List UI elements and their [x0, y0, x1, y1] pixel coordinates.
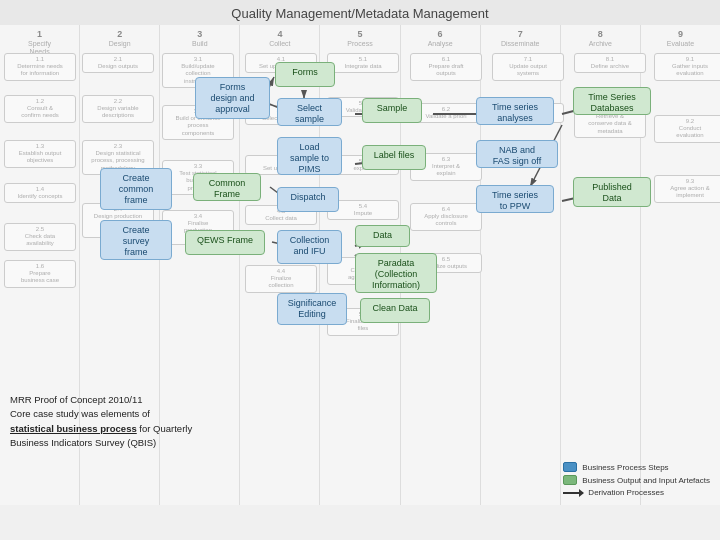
- legend-arrow-icon: [563, 492, 583, 494]
- qews-frame-box[interactable]: QEWS Frame: [185, 230, 265, 255]
- common-frame-box[interactable]: CommonFrame: [193, 173, 261, 201]
- significance-editing-box[interactable]: SignificanceEditing: [277, 293, 347, 325]
- sample-box[interactable]: Sample: [362, 98, 422, 123]
- dispatch-box[interactable]: Dispatch: [277, 187, 339, 212]
- legend-item-process: Business Process Steps: [563, 462, 710, 472]
- legend-item-derivation: Derivation Processes: [563, 488, 710, 497]
- main-content: 1 SpecifyNeeds 2 Design 3 Build 4 Collec…: [0, 25, 720, 505]
- legend-item-artefact: Business Output and Input Artefacts: [563, 475, 710, 485]
- bold-text: statistical business process: [10, 423, 137, 434]
- bottom-text: MRR Proof of Concept 2010/11 Core case s…: [10, 393, 192, 450]
- clean-data-box[interactable]: Clean Data: [360, 298, 430, 323]
- page-title: Quality Management/Metadata Management: [0, 0, 720, 25]
- create-survey-frame-box[interactable]: Createsurveyframe: [100, 220, 172, 260]
- legend-blue-box: [563, 462, 577, 472]
- published-data-box[interactable]: PublishedData: [573, 177, 651, 207]
- label-files-box[interactable]: Label files: [362, 145, 426, 170]
- create-common-frame-box[interactable]: Createcommonframe: [100, 168, 172, 210]
- legend-process-label: Business Process Steps: [582, 463, 668, 472]
- forms-box[interactable]: Forms: [275, 62, 335, 87]
- data-box[interactable]: Data: [355, 225, 410, 247]
- time-series-analyses-box[interactable]: Time seriesanalyses: [476, 97, 554, 125]
- legend-derivation-label: Derivation Processes: [588, 488, 664, 497]
- load-sample-box[interactable]: Loadsample toPIMS: [277, 137, 342, 175]
- time-series-db-box[interactable]: Time SeriesDatabases: [573, 87, 651, 115]
- time-series-ppw-box[interactable]: Time seriesto PPW: [476, 185, 554, 213]
- nab-fas-box[interactable]: NAB andFAS sign off: [476, 140, 558, 168]
- forms-design-box[interactable]: Formsdesign andapproval: [195, 77, 270, 119]
- paradata-box[interactable]: Paradata(CollectionInformation): [355, 253, 437, 293]
- step-col-9: 9 Evaluate: [641, 25, 720, 505]
- select-sample-box[interactable]: Selectsample: [277, 98, 342, 126]
- legend-artefact-label: Business Output and Input Artefacts: [582, 476, 710, 485]
- collection-ifu-box[interactable]: Collectionand IFU: [277, 230, 342, 264]
- legend-green-box: [563, 475, 577, 485]
- legend: Business Process Steps Business Output a…: [563, 462, 710, 497]
